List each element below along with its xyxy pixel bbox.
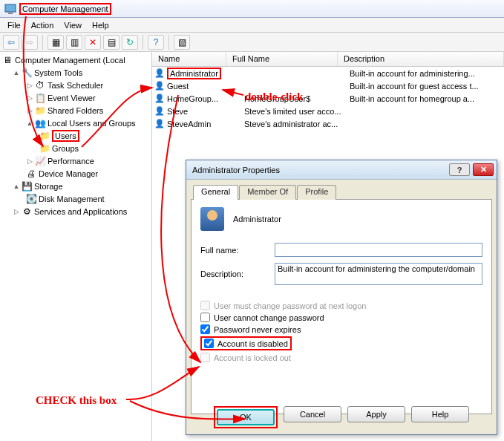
col-desc[interactable]: Description (338, 52, 504, 66)
chk-never-expires-row[interactable]: Password never expires (200, 324, 482, 334)
tree-task-scheduler[interactable]: ▷⏱Task Scheduler (0, 79, 151, 91)
fullname-input[interactable] (275, 243, 482, 257)
chk-locked-row: Account is locked out (200, 353, 482, 362)
chk-disabled-row[interactable]: Account is disabled (200, 336, 482, 350)
tree-users[interactable]: 📁Users (0, 129, 151, 142)
username-label: Administrator (233, 215, 281, 223)
tree-root[interactable]: 🖥Computer Management (Local (0, 53, 151, 66)
chk-must-change (200, 301, 210, 310)
chk-must-change-row: User must change password at next logon (200, 301, 482, 310)
chk-locked (200, 353, 210, 362)
svg-rect-1 (8, 13, 13, 14)
tree-groups[interactable]: 📁Groups (0, 142, 151, 154)
show-hide-button[interactable]: ▦ (48, 35, 64, 50)
list-row-steve[interactable]: 👤 SteveSteve's limited user acco... (152, 105, 504, 117)
list-row-guest[interactable]: 👤 GuestBuilt-in account for guest access… (152, 79, 504, 92)
user-icon: 👤 (154, 118, 166, 130)
menu-file[interactable]: File (7, 21, 21, 30)
apply-button[interactable]: Apply (347, 406, 405, 422)
tree-performance[interactable]: ▷📈Performance (0, 154, 151, 167)
dialog-title: Administrator Properties (192, 166, 280, 174)
tree-services[interactable]: ▷⚙Services and Applications (0, 205, 151, 218)
tab-panel-general: Administrator Full name: Description: Bu… (191, 199, 492, 414)
window-title: Computer Management (19, 3, 111, 15)
refresh-button[interactable]: ↻ (122, 35, 138, 50)
chk-account-disabled[interactable] (204, 339, 214, 348)
chk-cannot-change-row[interactable]: User cannot change password (200, 313, 482, 322)
tree-event-viewer[interactable]: ▷📋Event Viewer (0, 91, 151, 104)
export-button[interactable]: ▤ (103, 35, 120, 50)
tab-row: General Member Of Profile (191, 185, 492, 200)
tree-system-tools[interactable]: ▲🔧System Tools (0, 66, 151, 79)
col-name[interactable]: Name (152, 52, 226, 66)
user-icon: 👤 (154, 105, 166, 117)
menu-help[interactable]: Help (92, 21, 109, 30)
forward-button[interactable]: ⇨ (22, 35, 38, 50)
dialog-button-row: OK Cancel Apply Help (186, 406, 497, 428)
back-button[interactable]: ⇦ (3, 35, 19, 50)
list-row-administrator[interactable]: 👤 Administrator Built-in account for adm… (152, 67, 504, 79)
list-row-steveadmin[interactable]: 👤 SteveAdminSteve's administrator ac... (152, 117, 504, 130)
properties-dialog: Administrator Properties ? ✕ General Mem… (186, 160, 497, 435)
user-icon-large (200, 207, 224, 231)
description-input[interactable]: Built-in account for administering the c… (275, 263, 482, 285)
delete-button[interactable]: ✕ (85, 35, 101, 50)
app-icon (4, 3, 16, 15)
titlebar: Computer Management (0, 0, 504, 18)
list-row-homegroup[interactable]: 👤 HomeGroup...HomeGroupUser$Built-in acc… (152, 92, 504, 105)
tree-disk-management[interactable]: 💽Disk Management (0, 192, 151, 205)
chk-cannot-change[interactable] (200, 313, 210, 322)
tree-pane: 🖥Computer Management (Local ▲🔧System Too… (0, 52, 152, 441)
menubar: File Action View Help (0, 18, 504, 33)
action-button[interactable]: ▧ (174, 35, 190, 50)
help-button[interactable]: ? (148, 35, 164, 50)
user-icon: 👤 (154, 80, 166, 92)
toolbar: ⇦ ⇨ ▦ ▥ ✕ ▤ ↻ ? ▧ (0, 33, 504, 52)
svg-rect-0 (5, 4, 16, 12)
tree-device-manager[interactable]: 🖨Device Manager (0, 167, 151, 180)
help-button[interactable]: Help (411, 406, 469, 422)
cancel-button[interactable]: Cancel (284, 406, 341, 422)
user-icon: 👤 (154, 93, 166, 105)
menu-action[interactable]: Action (31, 21, 54, 30)
ok-button[interactable]: OK (217, 409, 275, 425)
menu-view[interactable]: View (64, 21, 82, 30)
description-label: Description: (200, 270, 275, 278)
tree-local-users[interactable]: ▲👥Local Users and Groups (0, 117, 151, 129)
list-header: Name Full Name Description (152, 52, 504, 67)
tab-member-of[interactable]: Member Of (239, 185, 296, 200)
dialog-titlebar: Administrator Properties ? ✕ (186, 160, 497, 180)
properties-button[interactable]: ▥ (66, 35, 82, 50)
help-button[interactable]: ? (449, 163, 470, 176)
tree-shared-folders[interactable]: ▷📁Shared Folders (0, 104, 151, 117)
fullname-label: Full name: (200, 246, 275, 255)
tab-profile[interactable]: Profile (297, 185, 336, 200)
chk-never-expires[interactable] (200, 324, 210, 334)
close-button[interactable]: ✕ (473, 163, 494, 176)
user-icon: 👤 (154, 68, 166, 79)
tab-general[interactable]: General (193, 185, 238, 200)
tree-storage[interactable]: ▲💾Storage (0, 180, 151, 192)
col-fullname[interactable]: Full Name (226, 52, 338, 66)
